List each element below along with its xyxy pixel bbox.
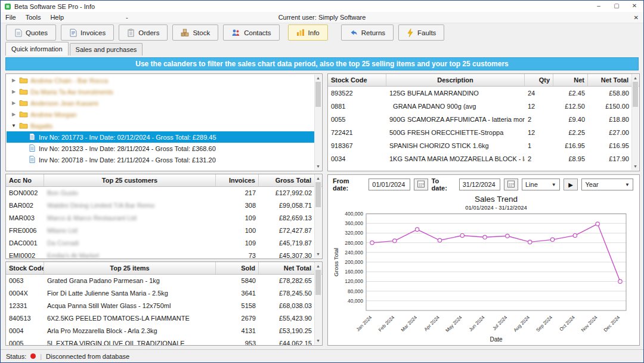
scroll-down-icon[interactable]: ▼	[315, 163, 321, 170]
tree-folder[interactable]: ▼Bagatts	[7, 120, 314, 131]
tree-folder[interactable]: ▶Anderson Jean Kasami	[7, 97, 314, 109]
scroll-up-icon[interactable]: ▲	[632, 75, 639, 82]
scroll-up-icon[interactable]: ▲	[315, 263, 321, 270]
chevron-down-icon[interactable]: ▼	[11, 123, 17, 128]
chevron-right-icon[interactable]: ▶	[11, 112, 17, 117]
info-button[interactable]: Info	[288, 24, 328, 41]
from-date-calendar-button[interactable]	[414, 179, 428, 190]
table-row[interactable]: EMI0002Emilia's At Market73£45,307.30	[6, 250, 322, 259]
returns-icon	[349, 29, 358, 36]
returns-button[interactable]: Returns	[341, 24, 394, 41]
menu-file[interactable]: File	[1, 12, 21, 23]
menu-help[interactable]: Help	[45, 12, 69, 23]
tree-scrollbar[interactable]: ▲ ▼	[314, 75, 321, 170]
refresh-chart-button[interactable]: ▶	[564, 179, 578, 190]
tree-invoice[interactable]: Inv No: 201323 - Inv Date: 28/11/2024 - …	[7, 143, 314, 154]
scroll-thumb[interactable]	[315, 182, 321, 207]
table-row[interactable]: BAR002Waldini Dining Limited T/A Bar Rem…	[6, 199, 322, 212]
contacts-button[interactable]: Contacts	[223, 24, 279, 41]
chevron-right-icon[interactable]: ▶	[11, 100, 17, 106]
table-row[interactable]: 722421500G FRESH ORECCHIETTE-Stroppa12£2…	[328, 126, 639, 139]
column-header[interactable]: Acc No	[6, 174, 44, 186]
scroll-up-icon[interactable]: ▲	[315, 175, 321, 182]
scroll-down-icon[interactable]: ▼	[315, 251, 321, 258]
table-row[interactable]: 00055L EXTRA VIRGIN OLIVE OIL TRADIZIONA…	[6, 337, 322, 346]
folder-icon	[19, 99, 28, 107]
close-button[interactable]: ✕	[626, 1, 643, 12]
column-header[interactable]: Stock Code	[6, 262, 44, 274]
menu-tools[interactable]: Tools	[21, 12, 46, 23]
table-row[interactable]: MAR003Marco & Marco Restaurant Ltd109£82…	[6, 212, 322, 224]
invoices-icon	[69, 29, 77, 37]
scroll-thumb[interactable]	[315, 82, 321, 107]
table-row[interactable]: 918367SPANISH CHORIZO STICK 1.6kg1£16.95…	[328, 139, 639, 152]
scroll-up-icon[interactable]: ▲	[315, 75, 321, 82]
tree-folder-label: Da Maria Ta Aw Investments	[30, 88, 113, 96]
tree-invoice[interactable]: Inv No: 201773 - Inv Date: 02/12/2024 - …	[7, 131, 314, 143]
table-row[interactable]: BON0002Bon Gusto217£127,992.02	[6, 187, 322, 199]
table-row[interactable]: 0004Arla Pro Mozzarella Block - Arla 2.3…	[6, 325, 322, 337]
table-row[interactable]: 0004XFior Di Latte Julienne Santa Maria …	[6, 287, 322, 300]
column-header[interactable]: Top 25 customers	[44, 174, 216, 186]
stock-scrollbar[interactable]: ▲ ▼	[631, 75, 639, 170]
folder-icon	[19, 76, 28, 85]
table-row[interactable]: DAC0001Da Corradi109£45,719.87	[6, 237, 322, 250]
quotes-button[interactable]: Quotes	[6, 24, 56, 41]
customers-scrollbar[interactable]: ▲ ▼	[314, 175, 321, 258]
scroll-thumb[interactable]	[315, 270, 321, 295]
table-cell: DAC0001	[6, 237, 44, 250]
tree-folder[interactable]: ▶Andrew Chain - Bar Rocca	[7, 75, 314, 86]
tree-folder-label: Bagatts	[30, 122, 52, 130]
scroll-down-icon[interactable]: ▼	[632, 163, 639, 170]
table-row[interactable]: 0055900G SCAMORZA AFFUMICATA - latteria …	[328, 113, 639, 126]
column-header[interactable]: Net Total	[588, 74, 632, 86]
chevron-right-icon[interactable]: ▶	[11, 89, 17, 94]
table-cell: FRE0006	[6, 224, 44, 237]
table-row[interactable]: 0881 GRANA PADANO 900g (avg12£12.50£150.…	[328, 100, 639, 113]
scroll-down-icon[interactable]: ▼	[315, 337, 321, 344]
minimize-button[interactable]: –	[590, 1, 608, 12]
column-header[interactable]: Net	[553, 74, 588, 86]
column-header[interactable]: Invoices	[216, 174, 259, 186]
scroll-thumb[interactable]	[633, 82, 638, 107]
tree-folder[interactable]: ▶Andrew Morgan	[7, 109, 314, 120]
column-header[interactable]: Top 25 items	[44, 262, 216, 274]
invoices-button[interactable]: Invoices	[61, 24, 114, 41]
column-header[interactable]: Gross Total	[259, 174, 315, 186]
tree-invoice[interactable]: Inv No: 200718 - Inv Date: 21/11/2024 - …	[7, 154, 314, 165]
from-date-input[interactable]: 01/01/2024	[369, 179, 410, 190]
table-cell: £127,992.02	[259, 187, 315, 199]
stock-icon	[181, 29, 189, 36]
tab-quick-information[interactable]: Quick information	[5, 42, 69, 56]
table-row[interactable]: 12331Acqua Panna Still Water Glass - 12x…	[6, 300, 322, 312]
chart-type-dropdown[interactable]: Line ▼	[522, 179, 560, 190]
stock-button[interactable]: Stock	[172, 24, 218, 41]
column-header[interactable]: Net Total	[259, 262, 315, 274]
orders-button[interactable]: Orders	[119, 24, 168, 41]
period-dropdown[interactable]: Year ▼	[581, 179, 633, 190]
column-header[interactable]: Sold	[216, 262, 259, 274]
to-date-calendar-button[interactable]	[504, 179, 518, 190]
tab-sales-and-purchases[interactable]: Sales and purchases	[70, 43, 143, 56]
maximize-button[interactable]: ▢	[608, 1, 626, 12]
table-row[interactable]: 00341KG SANTA MARIA MOZZARELLA BLOCK - l…	[328, 152, 639, 165]
column-header[interactable]: Description	[386, 74, 525, 86]
contacts-button-label: Contacts	[244, 29, 271, 36]
table-cell: 953	[216, 337, 259, 346]
chart-controls: From date: 01/01/2024 To date: 31/12/202…	[328, 175, 639, 192]
tree-folder[interactable]: ▶Da Maria Ta Aw Investments	[7, 86, 314, 97]
table-row[interactable]: FRE0006Milano Ltd100£72,427.87	[6, 224, 322, 237]
table-cell: 217	[216, 187, 259, 199]
to-date-input[interactable]: 31/12/2024	[459, 179, 500, 190]
faults-button[interactable]: Faults	[398, 24, 444, 41]
table-cell: 893522	[328, 87, 386, 100]
table-row[interactable]: 8405136X2.5KG PEELED TOMATOES-LA FIAMMAN…	[6, 312, 322, 325]
items-scrollbar[interactable]: ▲ ▼	[314, 263, 321, 344]
column-header[interactable]: Stock Code	[328, 74, 386, 86]
column-header[interactable]: Qty	[525, 74, 553, 86]
table-row[interactable]: 893522125G BUFALA MARRANDINO24£2.45£58.8…	[328, 87, 639, 100]
table-cell: 4131	[216, 325, 259, 337]
table-row[interactable]: 0063Grated Grana Padano Parmesan - 1kg58…	[6, 275, 322, 287]
chevron-right-icon[interactable]: ▶	[11, 78, 17, 83]
child-close-button[interactable]: ✕	[634, 14, 639, 21]
